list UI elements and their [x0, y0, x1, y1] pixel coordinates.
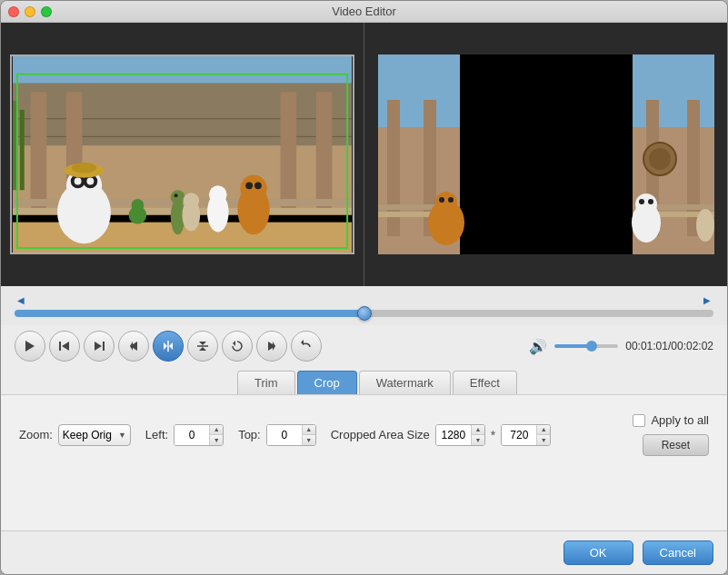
top-spin-arrows: ▲ ▼ — [302, 425, 315, 445]
top-spin-down[interactable]: ▼ — [303, 435, 315, 445]
maximize-button[interactable] — [41, 6, 52, 17]
timeline-area: ◀ ▶ — [1, 286, 727, 325]
svg-point-59 — [649, 148, 671, 170]
svg-point-56 — [639, 199, 644, 204]
left-label: Left: — [145, 428, 168, 441]
step-forward-button[interactable] — [84, 331, 115, 362]
size-group: Cropped Area Size ▲ ▼ * ▲ ▼ — [331, 424, 552, 446]
cropped-preview — [378, 55, 714, 254]
height-input[interactable] — [502, 425, 536, 445]
volume-slider[interactable] — [554, 344, 618, 348]
zoom-group: Zoom: Keep Orig ▼ — [19, 424, 131, 446]
width-input[interactable] — [436, 425, 471, 445]
left-spin-arrows: ▲ ▼ — [209, 425, 223, 445]
svg-point-33 — [209, 185, 227, 203]
undo-button[interactable] — [291, 331, 322, 362]
svg-point-27 — [254, 182, 262, 189]
svg-point-46 — [439, 197, 444, 203]
playback-controls: 🔊 00:01:01/00:02:02 — [1, 325, 727, 367]
slider-left-arrow[interactable]: ◀ — [15, 293, 27, 306]
size-separator: * — [491, 428, 495, 442]
volume-area: 🔊 00:01:01/00:02:02 — [529, 338, 713, 355]
tabs-area: Trim Crop Watermark Effect — [1, 367, 727, 395]
zoom-label: Zoom: — [19, 428, 53, 441]
rotate-button[interactable] — [222, 331, 253, 362]
tab-trim[interactable]: Trim — [237, 371, 295, 394]
timeline-slider[interactable] — [15, 310, 713, 317]
svg-marker-71 — [199, 342, 206, 345]
height-spin-up[interactable]: ▲ — [537, 425, 550, 436]
zoom-dropdown-arrow: ▼ — [118, 431, 126, 440]
left-spin-down[interactable]: ▼ — [210, 435, 223, 445]
apply-all-checkbox[interactable] — [633, 414, 645, 427]
crop-form: Zoom: Keep Orig ▼ Left: ▲ ▼ — [19, 413, 709, 456]
top-label: Top: — [238, 428, 261, 441]
svg-marker-68 — [164, 342, 167, 350]
close-button[interactable] — [8, 6, 19, 17]
minimize-button[interactable] — [25, 6, 35, 17]
prev-frame-button[interactable] — [118, 331, 149, 362]
left-input[interactable] — [175, 425, 209, 445]
svg-rect-35 — [20, 110, 25, 190]
svg-point-17 — [75, 178, 82, 185]
svg-marker-63 — [62, 342, 69, 351]
svg-point-31 — [183, 193, 199, 209]
top-spin-up[interactable]: ▲ — [303, 425, 315, 436]
video-preview-panel — [364, 23, 727, 286]
left-spin-up[interactable]: ▲ — [210, 425, 223, 436]
width-spin-up[interactable]: ▲ — [472, 425, 484, 436]
video-source-panel — [1, 23, 364, 286]
play-button[interactable] — [15, 331, 45, 362]
apply-all-label: Apply to all — [651, 413, 709, 427]
svg-point-25 — [240, 175, 266, 202]
next-frame-button[interactable] — [256, 331, 287, 362]
svg-marker-77 — [301, 340, 304, 345]
svg-point-45 — [435, 192, 457, 213]
reset-button[interactable]: Reset — [643, 434, 709, 456]
svg-point-26 — [245, 182, 253, 189]
zoom-select[interactable]: Keep Orig ▼ — [58, 424, 131, 446]
top-input[interactable] — [267, 425, 302, 445]
top-spinbox[interactable]: ▲ ▼ — [266, 424, 316, 446]
width-spin-down[interactable]: ▼ — [472, 435, 484, 445]
time-display: 00:01:01/00:02:02 — [625, 340, 713, 352]
svg-marker-67 — [130, 342, 133, 351]
slider-arrows: ◀ ▶ — [15, 293, 713, 306]
svg-rect-65 — [103, 342, 105, 351]
svg-point-23 — [175, 193, 178, 197]
slider-right-arrow[interactable]: ▶ — [701, 293, 713, 306]
svg-rect-9 — [316, 92, 333, 208]
height-spin-down[interactable]: ▼ — [537, 435, 550, 445]
svg-point-22 — [171, 190, 185, 204]
cancel-button[interactable]: Cancel — [643, 540, 713, 565]
ok-button[interactable]: OK — [563, 540, 633, 565]
svg-point-20 — [72, 163, 96, 173]
svg-point-18 — [86, 178, 94, 185]
tab-crop[interactable]: Crop — [297, 371, 357, 394]
zoom-value: Keep Orig — [63, 429, 118, 441]
crop-controls-row: Zoom: Keep Orig ▼ Left: ▲ ▼ — [19, 413, 709, 456]
svg-point-57 — [648, 199, 653, 204]
volume-icon: 🔊 — [529, 338, 547, 355]
svg-point-29 — [132, 199, 145, 212]
titlebar-buttons — [8, 6, 52, 17]
size-label: Cropped Area Size — [331, 428, 430, 441]
left-spinbox[interactable]: ▲ ▼ — [174, 424, 224, 446]
width-spinbox[interactable]: ▲ ▼ — [435, 424, 485, 446]
height-spinbox[interactable]: ▲ ▼ — [501, 424, 551, 446]
svg-marker-74 — [233, 341, 235, 346]
tab-effect[interactable]: Effect — [453, 371, 517, 394]
flip-h-button[interactable] — [153, 331, 184, 362]
tab-watermark[interactable]: Watermark — [359, 371, 451, 394]
svg-marker-69 — [169, 342, 173, 350]
svg-rect-62 — [59, 342, 61, 351]
step-back-button[interactable] — [49, 331, 80, 362]
window-title: Video Editor — [332, 5, 396, 18]
svg-marker-76 — [273, 342, 275, 351]
crop-tab-content: Zoom: Keep Orig ▼ Left: ▲ ▼ — [1, 395, 727, 530]
svg-point-55 — [635, 193, 657, 215]
svg-marker-64 — [95, 342, 102, 351]
top-group: Top: ▲ ▼ — [238, 424, 316, 446]
flip-v-button[interactable] — [187, 331, 218, 362]
source-video-thumbnail — [10, 55, 354, 254]
